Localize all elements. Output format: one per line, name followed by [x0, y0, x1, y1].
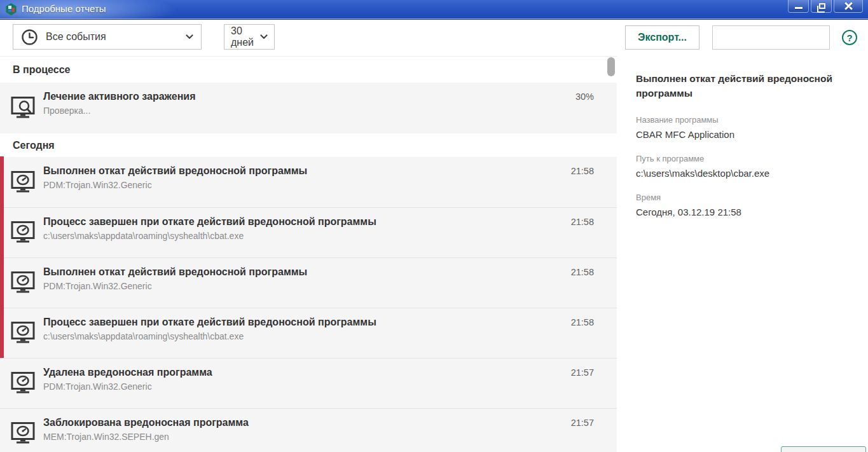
rollback-monitor-icon [10, 371, 36, 395]
event-filter-dropdown[interactable]: Все события [13, 24, 202, 50]
cutoff-bottom-button[interactable] [781, 446, 866, 452]
list-item[interactable]: Выполнен откат действий вредоносной прог… [0, 157, 617, 207]
event-time: 21:58 [571, 166, 594, 176]
list-item-subtitle: PDM:Trojan.Win32.Generic [43, 281, 617, 291]
list-item-text: Удалена вредоносная программа PDM:Trojan… [43, 359, 617, 392]
list-item-text: Заблокирована вредоносная программа MEM:… [43, 409, 617, 442]
chevron-down-icon [186, 34, 193, 39]
window-controls [788, 0, 863, 13]
details-field-label: Название программы [636, 115, 849, 125]
window-title: Подробные отчеты [22, 3, 106, 14]
section-header-in-progress: В процессе [0, 57, 617, 83]
question-mark-icon: ? [846, 32, 852, 43]
details-field: Путь к программе c:\users\maks\desktop\c… [636, 154, 849, 179]
scrollbar-thumb[interactable] [607, 57, 615, 76]
rollback-monitor-icon [10, 271, 36, 295]
detailed-reports-window: Подробные отчеты Все события 30 дней Экс [0, 0, 868, 452]
list-item-title: Выполнен откат действий вредоносной прог… [43, 266, 617, 278]
list-item-subtitle: c:\users\maks\appdata\roaming\syshealth\… [43, 331, 617, 341]
list-item-subtitle: Проверка... [43, 106, 617, 116]
period-filter-dropdown[interactable]: 30 дней [224, 24, 275, 50]
minimize-button[interactable] [788, 0, 809, 13]
event-time: 21:58 [571, 267, 594, 277]
scan-monitor-icon [10, 96, 36, 120]
clock-icon [21, 29, 38, 46]
minimize-icon [795, 7, 803, 9]
section-in-progress-items: Лечение активного заражения Проверка... … [0, 83, 617, 134]
search-box [712, 25, 830, 50]
list-item[interactable]: Процесс завершен при откате действий вре… [0, 207, 617, 257]
details-panel: Выполнен откат действий вредоносной прог… [617, 56, 868, 452]
kaspersky-app-icon [5, 3, 17, 15]
list-item-subtitle: c:\users\maks\appdata\roaming\syshealth\… [43, 231, 617, 241]
rollback-monitor-icon [10, 421, 36, 446]
list-item-title: Процесс завершен при откате действий вре… [43, 317, 617, 328]
details-field-label: Время [636, 193, 849, 202]
toolbar: Все события 30 дней Экспорт... ? [0, 20, 868, 56]
list-item-title: Лечение активного заражения [43, 91, 617, 102]
list-item[interactable]: Удалена вредоносная программа PDM:Trojan… [0, 358, 617, 408]
list-item-title: Удалена вредоносная программа [43, 367, 617, 378]
export-button[interactable]: Экспорт... [625, 25, 699, 50]
list-item-subtitle: MEM:Trojan.Win32.SEPEH.gen [43, 432, 617, 442]
close-icon [844, 2, 853, 10]
rollback-monitor-icon [10, 221, 36, 245]
section-header-today: Сегодня [0, 134, 617, 157]
details-field-value: c:\users\maks\desktop\cbar.exe [636, 168, 849, 179]
events-list: В процессе Лечение активного заражения П… [0, 56, 617, 452]
list-item-title: Выполнен откат действий вредоносной прог… [43, 165, 617, 177]
period-filter-value: 30 дней [231, 25, 260, 48]
event-time: 21:58 [571, 217, 594, 227]
details-title: Выполнен откат действий вредоносной прог… [636, 72, 849, 101]
help-button[interactable]: ? [842, 30, 857, 45]
details-field: Время Сегодня, 03.12.19 21:58 [636, 193, 849, 217]
section-today-items: Выполнен откат действий вредоносной прог… [0, 157, 617, 452]
details-field-value: CBAR MFC Application [636, 129, 849, 140]
rollback-monitor-icon [10, 321, 36, 345]
details-field-value: Сегодня, 03.12.19 21:58 [636, 207, 849, 217]
list-item-text: Выполнен откат действий вредоносной прог… [43, 157, 617, 190]
list-item-text: Выполнен откат действий вредоносной прог… [43, 258, 617, 291]
event-filter-value: Все события [46, 31, 186, 43]
list-item-subtitle: PDM:Trojan.Win32.Generic [43, 180, 617, 190]
event-time: 21:57 [571, 367, 594, 378]
list-item[interactable]: Лечение активного заражения Проверка... … [0, 83, 617, 134]
titlebar: Подробные отчеты [0, 0, 868, 18]
rollback-monitor-icon [10, 170, 36, 195]
list-item[interactable]: Выполнен откат действий вредоносной прог… [0, 257, 617, 308]
list-item[interactable]: Процесс завершен при откате действий вре… [0, 308, 617, 358]
progress-percent: 30% [575, 92, 594, 102]
details-field: Название программы CBAR MFC Application [636, 115, 849, 140]
list-item-title: Заблокирована вредоносная программа [43, 417, 617, 428]
event-time: 21:58 [571, 317, 594, 327]
list-item-text: Процесс завершен при откате действий вре… [43, 208, 617, 241]
list-item-text: Лечение активного заражения Проверка... [43, 83, 617, 116]
details-field-label: Путь к программе [636, 154, 849, 163]
close-button[interactable] [834, 0, 863, 13]
list-item[interactable]: Заблокирована вредоносная программа MEM:… [0, 408, 617, 452]
chevron-down-icon [260, 34, 268, 39]
list-item-text: Процесс завершен при откате действий вре… [43, 308, 617, 341]
list-item-subtitle: PDM:Trojan.Win32.Generic [43, 381, 617, 392]
restore-icon [819, 3, 825, 9]
search-input[interactable] [724, 32, 839, 43]
list-item-title: Процесс завершен при откате действий вре… [43, 216, 617, 228]
restore-button[interactable] [811, 0, 832, 13]
event-time: 21:57 [571, 418, 594, 428]
